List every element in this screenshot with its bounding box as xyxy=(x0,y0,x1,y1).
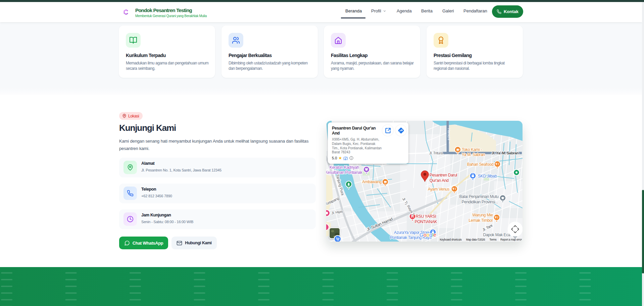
svg-text:Keraton Kadriyah: Keraton Kadriyah xyxy=(330,165,359,170)
svg-text:Keyboard shortcuts: Keyboard shortcuts xyxy=(440,238,461,241)
svg-text:Jl. Sultan Hamid: Jl. Sultan Hamid xyxy=(366,217,393,232)
svg-text:Kesultanan Pontianak: Kesultanan Pontianak xyxy=(326,170,363,175)
svg-text:Jl. Hijas: Jl. Hijas xyxy=(331,209,343,215)
svg-text:Ya M. Sabran: Ya M. Sabran xyxy=(462,152,485,157)
svg-text:Qur'an And: Qur'an And xyxy=(430,178,449,183)
svg-text:Jl. Tani: Jl. Tani xyxy=(482,223,493,232)
svg-text:Pendidikan Provinsi...: Pendidikan Provinsi... xyxy=(462,200,498,204)
svg-text:Jl. Tritura: Jl. Tritura xyxy=(429,151,443,155)
svg-text:Google: Google xyxy=(419,232,436,238)
svg-text:Terms: Terms xyxy=(490,238,497,241)
svg-text:PONTIANAK: PONTIANAK xyxy=(415,219,437,224)
svg-text:Ketapang: Ketapang xyxy=(326,196,340,206)
svg-text:Warung Mie: Warung Mie xyxy=(472,213,493,217)
svg-text:Toko Kami -: Toko Kami - xyxy=(462,147,482,152)
svg-text:Hamid II: Hamid II xyxy=(447,129,451,140)
svg-text:RSU YARSI: RSU YARSI xyxy=(416,214,436,219)
svg-text:Lemak Timbol: Lemak Timbol xyxy=(468,218,492,223)
svg-text:Map data ©2026: Map data ©2026 xyxy=(466,238,485,241)
svg-text:Report a map error: Report a map error xyxy=(500,238,522,241)
svg-text:Jl. Ya' M. Sabran: Jl. Ya' M. Sabran xyxy=(491,151,519,155)
svg-text:SKD Jilbab: SKD Jilbab xyxy=(478,174,497,178)
svg-text:Pesantren Darul: Pesantren Darul xyxy=(430,173,457,177)
svg-text:Bahari Seafood: Bahari Seafood xyxy=(467,162,494,167)
svg-text:Ambawang: Ambawang xyxy=(362,180,382,184)
svg-text:Dapok Mak Eca: Dapok Mak Eca xyxy=(483,233,510,237)
svg-text:Balai Penjaminan Mutu: Balai Penjaminan Mutu xyxy=(459,194,498,199)
svg-text:Jl. Tj. Raya 1: Jl. Tj. Raya 1 xyxy=(401,197,415,216)
svg-text:Ayam Venus: Ayam Venus xyxy=(428,187,449,192)
